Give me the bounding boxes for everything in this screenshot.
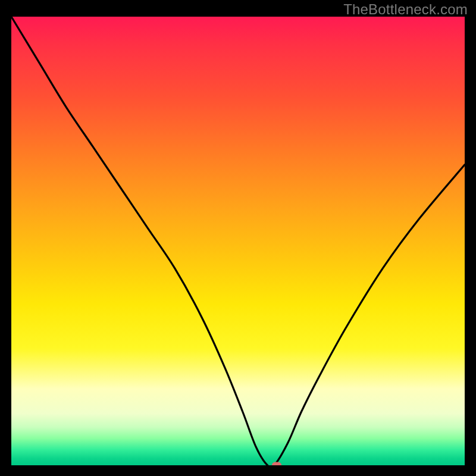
curve-svg <box>11 17 465 465</box>
watermark-text: TheBottleneck.com <box>343 1 468 18</box>
chart-container: TheBottleneck.com <box>0 0 476 476</box>
bottleneck-curve <box>11 17 465 465</box>
plot-area <box>11 17 465 465</box>
highlight-marker <box>272 462 281 466</box>
